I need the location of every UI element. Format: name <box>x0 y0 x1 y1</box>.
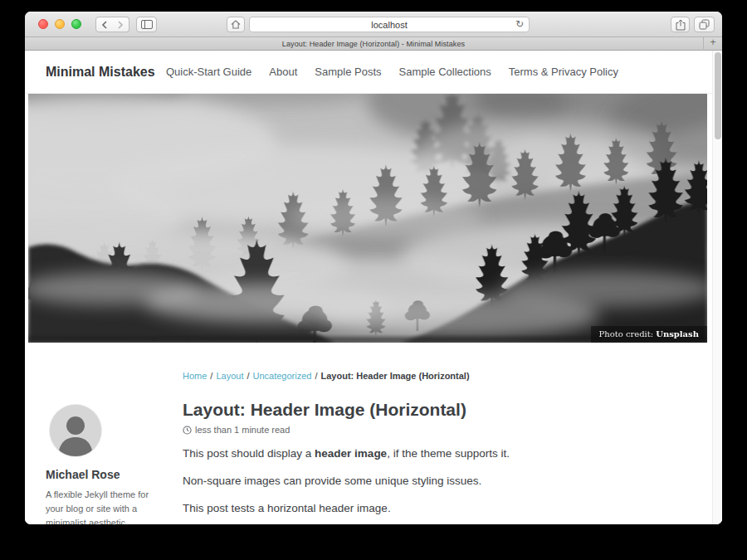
fullscreen-window-button[interactable] <box>71 19 81 29</box>
paragraph-1: This post should display a header image,… <box>183 446 697 460</box>
foggy-forest-illustration <box>28 94 707 343</box>
breadcrumb-home[interactable]: Home <box>183 371 207 381</box>
address-bar[interactable] <box>249 17 530 32</box>
person-silhouette-icon <box>50 405 101 456</box>
share-icon <box>676 19 686 31</box>
forward-button[interactable] <box>112 17 129 32</box>
post-body: This post should display a header image,… <box>183 446 697 515</box>
paragraph-1-tail: , if the theme supports it. <box>387 447 510 460</box>
site-title-link[interactable]: Minimal Mistakes <box>46 65 166 80</box>
back-button[interactable] <box>95 17 113 32</box>
breadcrumb: Home/Layout/Uncategorized/Layout: Header… <box>183 371 470 381</box>
nav-item-terms-privacy-policy[interactable]: Terms & Privacy Policy <box>509 66 618 78</box>
chevron-right-icon <box>117 21 124 29</box>
photo-credit-label: Photo credit: <box>599 329 654 338</box>
tab-bar: Layout: Header Image (Horizontal) - Mini… <box>25 37 722 51</box>
breadcrumb-layout[interactable]: Layout <box>216 371 243 381</box>
header-image: Photo credit:Unsplash <box>28 94 707 343</box>
paragraph-2: Non-square images can provide some uniqu… <box>183 474 697 488</box>
chevron-left-icon <box>101 21 108 29</box>
paragraph-3: This post tests a horizontal header imag… <box>183 501 697 515</box>
article: Layout: Header Image (Horizontal) less t… <box>183 399 697 524</box>
author-name: Michael Rose <box>46 468 162 481</box>
active-tab[interactable]: Layout: Header Image (Horizontal) - Mini… <box>282 40 465 48</box>
breadcrumb-separator: / <box>210 371 212 381</box>
paragraph-1-bold: header image <box>315 447 387 460</box>
tabs-icon <box>699 19 710 30</box>
site-nav: Quick-Start Guide About Sample Posts Sam… <box>166 66 618 78</box>
nav-item-sample-collections[interactable]: Sample Collections <box>399 66 491 78</box>
nav-item-quick-start-guide[interactable]: Quick-Start Guide <box>166 66 251 78</box>
sidebar-icon <box>141 20 153 29</box>
minimize-window-button[interactable] <box>55 19 65 29</box>
site-masthead: Minimal Mistakes Quick-Start Guide About… <box>25 51 722 94</box>
nav-item-about[interactable]: About <box>269 66 297 78</box>
clock-icon <box>183 426 192 435</box>
post-meta: less than 1 minute read <box>183 424 697 436</box>
new-tab-button[interactable]: + <box>703 37 722 49</box>
breadcrumb-separator: / <box>315 371 317 381</box>
reload-icon[interactable]: ↻ <box>513 18 526 32</box>
browser-toolbar: ↻ <box>25 12 722 37</box>
scrollbar-thumb[interactable] <box>715 52 721 139</box>
tab-overview-button[interactable] <box>694 17 715 32</box>
author-sidebar: Michael Rose A flexible Jekyll theme for… <box>46 405 162 524</box>
page-viewport: Minimal Mistakes Quick-Start Guide About… <box>25 51 722 524</box>
browser-window: ↻ Layout: Header Image (Horizontal) - Mi… <box>25 12 722 524</box>
sidebar-toggle-button[interactable] <box>136 17 157 32</box>
breadcrumb-uncategorized[interactable]: Uncategorized <box>253 371 312 381</box>
home-icon <box>231 20 241 29</box>
avatar <box>50 405 101 456</box>
photo-credit: Photo credit:Unsplash <box>591 326 708 343</box>
read-time: less than 1 minute read <box>195 425 290 435</box>
breadcrumb-current: Layout: Header Image (Horizontal) <box>321 371 470 381</box>
paragraph-1-text: This post should display a <box>183 447 315 460</box>
author-bio: A flexible Jekyll theme for your blog or… <box>46 488 152 524</box>
close-window-button[interactable] <box>38 19 48 29</box>
breadcrumb-separator: / <box>247 371 249 381</box>
page-title: Layout: Header Image (Horizontal) <box>183 399 697 421</box>
home-button[interactable] <box>227 17 245 32</box>
nav-item-sample-posts[interactable]: Sample Posts <box>315 66 381 78</box>
scrollbar-track[interactable] <box>712 51 722 524</box>
photo-credit-link[interactable]: Unsplash <box>656 329 699 338</box>
share-button[interactable] <box>671 17 690 32</box>
